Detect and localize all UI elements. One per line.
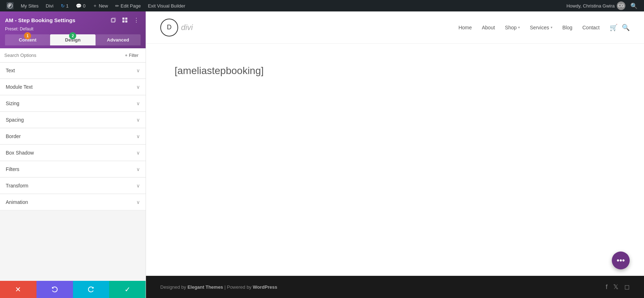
- new-btn[interactable]: ＋ New: [90, 0, 111, 11]
- twitter-icon[interactable]: 𝕏: [613, 283, 619, 291]
- facebook-icon[interactable]: f: [606, 283, 608, 291]
- exit-visual-builder-btn[interactable]: Exit Visual Builder: [145, 0, 188, 11]
- tab-row: 1 Content 2 Design Advanced: [5, 34, 141, 45]
- tab-design-badge: 2: [69, 32, 76, 39]
- section-sizing[interactable]: Sizing ∨: [0, 96, 146, 112]
- nav-shop[interactable]: Shop ▾: [501, 22, 524, 33]
- bottom-bar: ✕ ✓: [0, 281, 146, 298]
- section-sizing-label: Sizing: [6, 101, 19, 106]
- section-border[interactable]: Border ∨: [0, 128, 146, 145]
- section-module-text[interactable]: Module Text ∨: [0, 79, 146, 95]
- howdy-area[interactable]: Howdy, Christina Gwira CG: [566, 1, 625, 10]
- section-transform-chevron: ∨: [136, 183, 140, 189]
- right-content-wrapper: [ameliastepbooking] Designed by Elegant …: [146, 44, 644, 298]
- nav-home[interactable]: Home: [454, 22, 476, 33]
- search-admin-btn[interactable]: 🔍: [628, 0, 640, 11]
- undo-button[interactable]: [36, 281, 73, 298]
- preset-label: Preset: Default: [5, 26, 33, 31]
- tab-content-badge: 1: [24, 32, 31, 39]
- tab-content[interactable]: 1 Content: [5, 34, 50, 45]
- svg-rect-5: [122, 20, 125, 23]
- nav-blog-label: Blog: [562, 25, 572, 30]
- exit-visual-builder-label: Exit Visual Builder: [148, 3, 185, 9]
- avatar: CG: [617, 1, 625, 10]
- divi-btn[interactable]: Divi: [43, 0, 57, 11]
- nav-services-label: Services: [530, 25, 549, 30]
- admin-bar-right: Howdy, Christina Gwira CG 🔍: [566, 0, 640, 11]
- wp-logo-btn[interactable]: [4, 0, 16, 11]
- svg-rect-3: [122, 18, 125, 20]
- admin-bar-left: My Sites Divi ↻ 1 💬 0 ＋ New ✏ Edit Page …: [4, 0, 566, 11]
- footer-social: f 𝕏 ◻: [606, 283, 630, 291]
- redo-button[interactable]: [73, 281, 109, 298]
- cart-icon[interactable]: 🛒: [610, 24, 618, 31]
- tab-advanced[interactable]: Advanced: [96, 34, 141, 45]
- nav-about-label: About: [482, 25, 495, 30]
- nav-services[interactable]: Services ▾: [526, 22, 557, 33]
- instagram-icon[interactable]: ◻: [624, 283, 630, 291]
- search-row: + Filter: [0, 48, 146, 63]
- my-sites-label: My Sites: [21, 3, 39, 9]
- section-box-shadow[interactable]: Box Shadow ∨: [0, 145, 146, 161]
- footer-powered-by: | Powered by: [224, 284, 253, 290]
- filter-plus-icon: +: [125, 53, 127, 58]
- nav-services-caret: ▾: [551, 25, 552, 29]
- panel-header: AM - Step Booking Settings ⋮ Preset: Def…: [0, 11, 146, 48]
- footer-elegant-themes-link[interactable]: Elegant Themes: [187, 284, 223, 290]
- panel-title: AM - Step Booking Settings: [5, 17, 75, 23]
- grid-icon[interactable]: [121, 16, 129, 24]
- admin-bar: My Sites Divi ↻ 1 💬 0 ＋ New ✏ Edit Page …: [0, 0, 644, 11]
- wordpress-icon: [6, 2, 14, 9]
- section-text[interactable]: Text ∨: [0, 63, 146, 79]
- fab-button[interactable]: •••: [612, 251, 630, 269]
- section-module-text-chevron: ∨: [136, 84, 140, 90]
- site-logo: D divi: [160, 19, 193, 36]
- section-animation-chevron: ∨: [136, 199, 140, 205]
- tab-design[interactable]: 2 Design: [50, 34, 95, 45]
- svg-rect-4: [125, 18, 127, 20]
- divi-label: Divi: [46, 3, 54, 9]
- edit-page-btn[interactable]: ✏ Edit Page: [112, 0, 143, 11]
- comments-btn[interactable]: 💬 0: [73, 0, 88, 11]
- section-text-chevron: ∨: [136, 68, 140, 73]
- search-admin-icon: 🔍: [630, 3, 638, 9]
- nav-shop-label: Shop: [505, 25, 517, 30]
- more-options-icon[interactable]: ⋮: [132, 16, 141, 24]
- tab-advanced-label: Advanced: [107, 37, 129, 43]
- counter-btn[interactable]: ↻ 1: [58, 0, 72, 11]
- section-box-shadow-label: Box Shadow: [6, 150, 34, 156]
- save-button[interactable]: ✓: [109, 281, 146, 298]
- panel-title-icons: ⋮: [109, 16, 141, 24]
- nav-about[interactable]: About: [478, 22, 499, 33]
- logo-text: divi: [181, 23, 193, 32]
- edit-page-label: Edit Page: [121, 3, 141, 9]
- section-transform[interactable]: Transform ∨: [0, 178, 146, 194]
- search-input[interactable]: [4, 53, 122, 58]
- shortcode-text: [ameliastepbooking]: [175, 65, 264, 76]
- site-content: [ameliastepbooking] Designed by Elegant …: [146, 44, 644, 298]
- section-border-chevron: ∨: [136, 133, 140, 139]
- copy-icon[interactable]: [109, 16, 118, 24]
- filter-label: Filter: [129, 53, 138, 58]
- site-footer: Designed by Elegant Themes | Powered by …: [146, 276, 644, 298]
- section-transform-label: Transform: [6, 183, 28, 189]
- filter-button[interactable]: + Filter: [122, 52, 141, 59]
- left-panel: AM - Step Booking Settings ⋮ Preset: Def…: [0, 11, 146, 298]
- logo-circle: D: [160, 19, 178, 36]
- site-nav: Home About Shop ▾ Services ▾ Blog Contac: [454, 22, 630, 33]
- section-spacing[interactable]: Spacing ∨: [0, 112, 146, 128]
- section-filters[interactable]: Filters ∨: [0, 161, 146, 177]
- section-animation[interactable]: Animation ∨: [0, 194, 146, 210]
- cancel-button[interactable]: ✕: [0, 281, 36, 298]
- section-sizing-chevron: ∨: [136, 101, 140, 106]
- section-border-label: Border: [6, 133, 21, 139]
- nav-blog[interactable]: Blog: [558, 22, 577, 33]
- logo-letter: D: [167, 24, 172, 31]
- search-site-icon[interactable]: 🔍: [622, 24, 630, 31]
- nav-home-label: Home: [458, 25, 472, 30]
- my-sites-btn[interactable]: My Sites: [18, 0, 42, 11]
- comments-count: 0: [83, 3, 86, 9]
- footer-wordpress-link[interactable]: WordPress: [253, 284, 277, 290]
- preset-row: Preset: Default: [5, 26, 141, 31]
- nav-contact[interactable]: Contact: [578, 22, 604, 33]
